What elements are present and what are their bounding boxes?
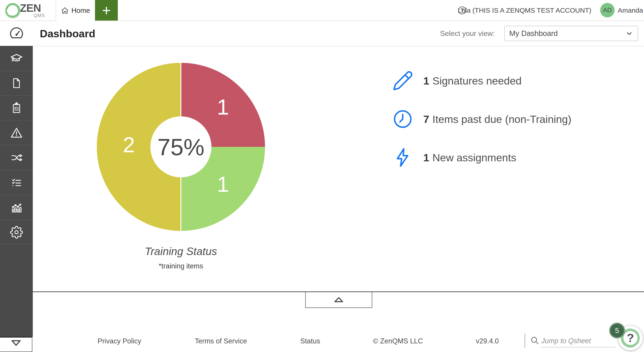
sidebar-item-dashboard[interactable]	[0, 21, 33, 46]
account-banner-text: Lola (THIS IS A ZENQMS TEST ACCOUNT)	[458, 0, 591, 20]
sidebar-item-documents[interactable]	[0, 71, 33, 96]
stat-new-assignments-label: New assignments	[432, 151, 516, 164]
avatar-initials: AD	[603, 6, 612, 14]
sidebar-item-tasks[interactable]	[0, 170, 33, 195]
footer-link-status[interactable]: Status	[300, 337, 320, 345]
stat-signatures-label: Signatures needed	[432, 74, 522, 87]
sidebar-item-change-control[interactable]	[0, 145, 33, 170]
stat-signatures-value: 1	[423, 74, 429, 87]
page-header: Dashboard Select your view: My Dashboard	[0, 21, 644, 46]
sidebar-item-issues[interactable]	[0, 120, 33, 145]
logo-zen-text: ZEN	[20, 2, 41, 14]
stat-signatures[interactable]: 1 Signatures needed	[423, 70, 522, 91]
logo-swirl-icon	[4, 2, 21, 19]
triangle-up-icon	[333, 296, 345, 304]
home-icon	[61, 7, 69, 14]
user-name: Amanda D	[618, 0, 644, 20]
sidebar-expand-button[interactable]	[0, 337, 32, 352]
training-status-donut-chart: 1 1 2 75%	[96, 62, 266, 232]
search-icon	[530, 336, 540, 345]
footer-divider	[524, 334, 525, 348]
clock-icon	[392, 108, 413, 130]
zenqms-logo[interactable]: ZEN QMS	[0, 0, 56, 20]
help-badge-count: 5	[615, 327, 619, 335]
add-new-button[interactable]: +	[95, 0, 118, 20]
footer-version: v29.4.0	[476, 337, 499, 345]
checklist-icon	[10, 176, 23, 189]
sidebar-item-training[interactable]	[0, 46, 33, 71]
avatar[interactable]: AD	[600, 3, 614, 17]
shuffle-icon	[10, 151, 23, 164]
warning-triangle-icon	[10, 126, 23, 140]
sidebar-item-checklists[interactable]	[0, 96, 33, 120]
jump-to-qsheet-input[interactable]	[541, 335, 616, 348]
chart-subtitle: *training items	[96, 262, 266, 270]
triangle-down-icon	[10, 339, 22, 347]
chevron-down-icon	[626, 29, 633, 37]
donut-label-green: 1	[217, 172, 229, 196]
plus-icon: +	[102, 2, 111, 19]
logo-qms-text: QMS	[34, 13, 45, 18]
tab-home[interactable]: Home	[56, 0, 95, 21]
help-notification-badge: 5	[609, 323, 625, 339]
footer-link-terms[interactable]: Terms of Service	[195, 337, 247, 345]
panel-collapse-button[interactable]	[305, 292, 372, 308]
graduation-cap-icon	[10, 51, 23, 65]
gear-icon	[10, 226, 23, 239]
stat-new-assignments-value: 1	[423, 151, 429, 164]
chart-title: Training Status	[96, 245, 266, 258]
donut-label-red: 1	[217, 95, 229, 119]
sidebar-item-settings[interactable]	[0, 220, 33, 245]
document-icon	[10, 77, 23, 89]
footer-copyright: © ZenQMS LLC	[373, 337, 423, 345]
stat-past-due[interactable]: 7 Items past due (non-Training)	[423, 108, 572, 130]
sidebar-item-analytics[interactable]	[0, 195, 33, 220]
view-select-value: My Dashboard	[509, 29, 558, 38]
clipboard-check-icon	[10, 102, 23, 114]
analytics-icon	[10, 201, 23, 214]
stat-new-assignments[interactable]: 1 New assignments	[423, 147, 516, 168]
sidebar	[0, 46, 33, 337]
stat-past-due-label: Items past due (non-Training)	[432, 113, 572, 125]
home-tab-label: Home	[72, 6, 90, 15]
page-title: Dashboard	[40, 21, 96, 46]
view-select-label: Select your view:	[440, 21, 495, 46]
donut-label-yellow: 2	[123, 133, 135, 157]
top-navbar: ZEN QMS Home + Lola (THIS IS A ZENQMS TE…	[0, 0, 644, 21]
stat-past-due-value: 7	[423, 113, 429, 125]
donut-center-percent: 75%	[158, 134, 204, 160]
pencil-icon	[392, 70, 413, 91]
gauge-icon	[9, 26, 24, 41]
footer-link-privacy[interactable]: Privacy Policy	[98, 337, 141, 345]
view-select[interactable]: My Dashboard	[504, 26, 638, 41]
lightning-bolt-icon	[392, 147, 413, 168]
